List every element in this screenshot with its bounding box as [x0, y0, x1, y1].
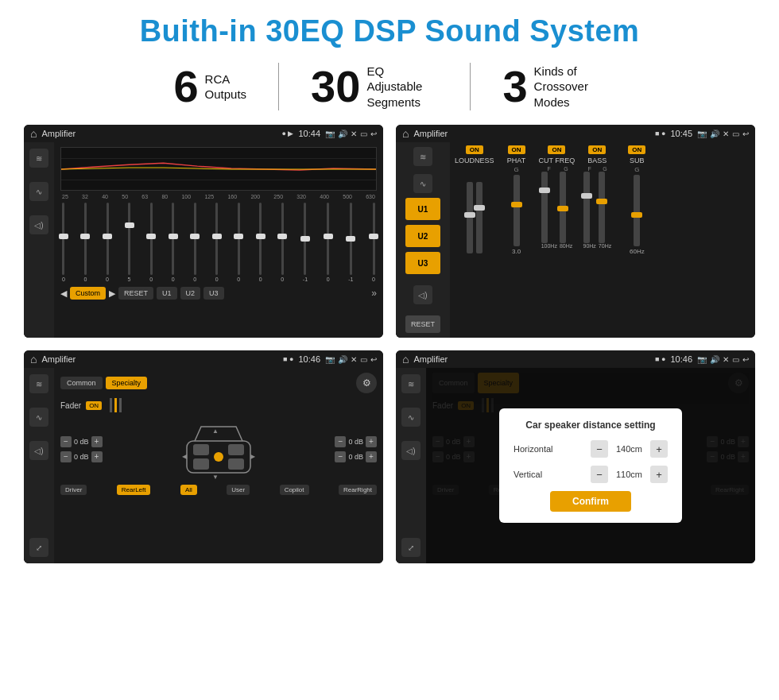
horizontal-plus-btn[interactable]: +	[650, 440, 668, 458]
eq-slider-11: -1	[303, 203, 308, 282]
speaker-layout: − 0 dB + − 0 dB +	[60, 417, 377, 481]
common-tab[interactable]: Common	[60, 377, 103, 389]
vertical-minus-btn[interactable]: −	[591, 466, 608, 483]
eq-filter-icon[interactable]: ≋	[29, 149, 48, 168]
cutfreq-val2: 80Hz	[560, 243, 572, 249]
cutfreq-f-label: F	[541, 166, 557, 172]
cutfreq-thumb1[interactable]	[539, 188, 550, 193]
crossover-wave-icon[interactable]: ∿	[413, 174, 432, 193]
loudness-thumb2[interactable]	[474, 205, 485, 211]
horizontal-minus-btn[interactable]: −	[591, 440, 608, 458]
cutfreq-on-badge[interactable]: ON	[548, 145, 565, 154]
eq-prev-btn[interactable]: ◀	[60, 288, 67, 299]
eq-next-btn[interactable]: ▶	[109, 288, 115, 299]
dialog-confirm-area: Confirm	[514, 491, 668, 512]
screen-fader: ⌂ Amplifier ■ ● 10:46 📷 🔊 ✕ ▭ ↩ ≋ ∿ ◁) ⤢	[24, 350, 383, 563]
col-sub: ON SUB G 60Hz	[619, 145, 654, 335]
loudness-thumb1[interactable]	[464, 212, 475, 218]
car-diagram: ▲ ▼ ◀ ▶	[171, 417, 266, 481]
fader-h-track1[interactable]	[110, 398, 112, 412]
vertical-plus-btn[interactable]: +	[650, 466, 668, 483]
fader-filter-icon[interactable]: ≋	[29, 374, 48, 393]
specialty-tab[interactable]: Specialty	[106, 377, 148, 389]
right-bottom-plus-btn[interactable]: +	[366, 451, 377, 462]
eq-slider-0: 0	[62, 203, 65, 282]
eq-slider-2: 0	[106, 203, 109, 282]
eq-reset-btn[interactable]: RESET	[118, 287, 153, 300]
fader-expand-icon[interactable]: ⤢	[29, 538, 48, 557]
eq-u2-btn[interactable]: U2	[180, 287, 201, 300]
camera-icon-3: 📷	[325, 355, 335, 364]
loudness-track2	[476, 182, 483, 253]
u2-side-btn[interactable]: U2	[405, 225, 440, 247]
fader-speaker-icon[interactable]: ◁)	[29, 441, 48, 460]
left-top-minus-btn[interactable]: −	[60, 436, 72, 447]
settings-icon[interactable]: ⚙	[356, 373, 377, 393]
fader-control-row: Fader ON	[60, 398, 377, 412]
status-title-3: Amplifier	[41, 354, 278, 364]
right-top-minus-btn[interactable]: −	[335, 436, 346, 447]
eq-wave-icon[interactable]: ∿	[29, 182, 48, 201]
loudness-on-badge[interactable]: ON	[466, 145, 483, 154]
status-bar-1: ⌂ Amplifier ● ▶ 10:44 📷 🔊 ✕ ▭ ↩	[24, 125, 383, 142]
svg-rect-6	[228, 444, 244, 455]
eq-u1-btn[interactable]: U1	[157, 287, 177, 300]
status-icons-3: 📷 🔊 ✕ ▭ ↩	[325, 355, 377, 364]
fader-wave-icon[interactable]: ∿	[29, 408, 48, 427]
stat-label-eq: EQ AdjustableSegments	[366, 64, 438, 110]
rearleft-btn[interactable]: RearLeft	[117, 485, 151, 495]
bass-on-badge[interactable]: ON	[588, 145, 606, 154]
eq-u3-btn[interactable]: U3	[203, 287, 224, 300]
confirm-button[interactable]: Confirm	[550, 491, 631, 512]
fd-speaker-icon[interactable]: ◁)	[401, 441, 421, 460]
col-cutfreq: ON CUT FREQ F 100Hz G	[539, 145, 576, 335]
eq-slider-7: 0	[215, 203, 219, 282]
bass-thumb2[interactable]	[596, 199, 607, 204]
fd-expand-icon[interactable]: ⤢	[401, 538, 421, 557]
driver-btn[interactable]: Driver	[60, 485, 87, 495]
rearright-btn[interactable]: RearRight	[339, 485, 377, 495]
fader-h-track2[interactable]	[114, 398, 117, 412]
sub-on-badge[interactable]: ON	[628, 145, 645, 154]
eq-bottom-bar: ◀ Custom ▶ RESET U1 U2 U3 »	[60, 287, 377, 300]
dialog-overlay: Car speaker distance setting Horizontal …	[426, 368, 755, 563]
fd-filter-icon[interactable]: ≋	[401, 374, 421, 393]
u1-side-btn[interactable]: U1	[405, 198, 440, 220]
right-top-db-value: 0 dB	[348, 438, 363, 446]
u3-side-btn[interactable]: U3	[405, 252, 440, 274]
screen2-content: ≋ ∿ U1 U2 U3 ◁) RESET ON LOUDNESS	[396, 142, 755, 338]
cutfreq-thumb2[interactable]	[557, 206, 568, 211]
all-btn[interactable]: All	[180, 485, 197, 495]
phat-thumb[interactable]	[511, 202, 522, 207]
bass-thumb1[interactable]	[581, 193, 592, 199]
vertical-input: − 110cm +	[591, 466, 668, 483]
fader-on-badge[interactable]: ON	[86, 401, 102, 410]
dot-icons-2: ■ ●	[655, 130, 665, 137]
phat-on-badge[interactable]: ON	[508, 145, 525, 154]
crossover-side: ≋ ∿ U1 U2 U3 ◁) RESET	[396, 142, 450, 338]
eq-speaker-icon[interactable]: ◁)	[29, 215, 48, 234]
stat-label-rca: RCAOutputs	[205, 72, 247, 102]
phat-track	[514, 175, 520, 246]
right-bottom-minus-btn[interactable]: −	[335, 451, 346, 462]
crossover-reset-btn[interactable]: RESET	[405, 315, 440, 333]
right-top-plus-btn[interactable]: +	[366, 436, 377, 447]
cutfreq-g-label: G	[560, 166, 572, 172]
user-btn[interactable]: User	[227, 485, 250, 495]
sub-thumb[interactable]	[631, 212, 642, 218]
fd-wave-icon[interactable]: ∿	[401, 408, 421, 427]
crossover-speaker-icon[interactable]: ◁)	[413, 285, 432, 304]
left-bottom-minus-btn[interactable]: −	[60, 451, 72, 462]
eq-slider-9: 0	[259, 203, 262, 282]
bass-track1	[583, 172, 590, 243]
fader-h-track3[interactable]	[119, 398, 122, 412]
screens-grid: ⌂ Amplifier ● ▶ 10:44 📷 🔊 ✕ ▭ ↩ ≋ ∿ ◁)	[24, 125, 755, 563]
left-bottom-plus-btn[interactable]: +	[91, 451, 103, 462]
left-top-plus-btn[interactable]: +	[91, 436, 103, 447]
horizontal-label: Horizontal	[514, 444, 553, 454]
left-bottom-db-control: − 0 dB +	[60, 451, 103, 462]
fader-dialog-side: ≋ ∿ ◁) ⤢	[396, 368, 426, 563]
copilot-btn[interactable]: Copilot	[280, 485, 309, 495]
crossover-filter-icon[interactable]: ≋	[413, 147, 432, 166]
eq-custom-btn[interactable]: Custom	[70, 287, 106, 300]
